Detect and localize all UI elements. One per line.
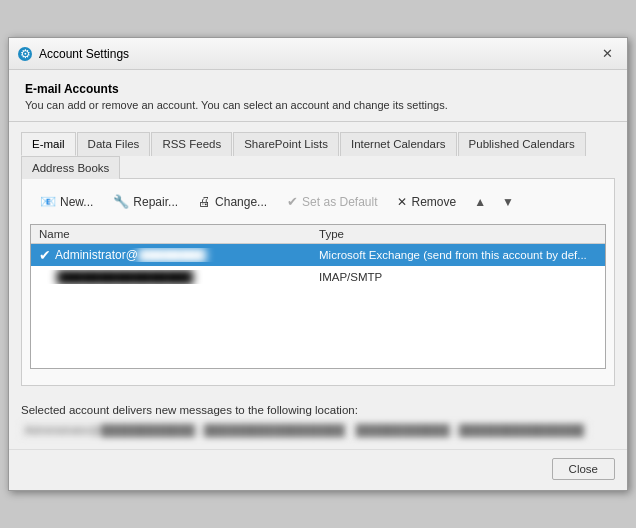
window-title: Account Settings: [39, 47, 595, 61]
remove-icon: ✕: [397, 195, 407, 209]
close-button[interactable]: Close: [552, 458, 615, 480]
new-button[interactable]: 📧 New...: [32, 190, 101, 213]
move-up-button[interactable]: ▲: [468, 192, 492, 212]
tab-sharepoint[interactable]: SharePoint Lists: [233, 132, 339, 156]
email-panel: 📧 New... 🔧 Repair... 🖨 Change... ✔ Set a…: [21, 179, 615, 386]
header-section: E-mail Accounts You can add or remove an…: [9, 70, 627, 122]
tab-published-calendars[interactable]: Published Calendars: [458, 132, 586, 156]
title-bar: ⚙ Account Settings ✕: [9, 38, 627, 70]
row-name-2: ████████████████: [39, 270, 319, 284]
repair-button[interactable]: 🔧 Repair...: [105, 190, 186, 213]
accounts-list: Name Type ✔ Administrator@████████ Micro…: [30, 224, 606, 369]
bottom-bar: Close: [9, 449, 627, 490]
list-item[interactable]: ✔ Administrator@████████ Microsoft Excha…: [31, 244, 605, 266]
header-title: E-mail Accounts: [25, 82, 611, 96]
account-name-2: ████████████████: [57, 270, 193, 284]
list-body: ✔ Administrator@████████ Microsoft Excha…: [31, 244, 605, 368]
col-type-header: Type: [319, 228, 597, 240]
tabs-container: E-mail Data Files RSS Feeds SharePoint L…: [21, 132, 615, 179]
footer-text: Selected account delivers new messages t…: [21, 404, 615, 416]
close-window-button[interactable]: ✕: [595, 44, 619, 64]
row-type-1: Microsoft Exchange (send from this accou…: [319, 249, 597, 261]
tab-address-books[interactable]: Address Books: [21, 156, 120, 179]
svg-text:⚙: ⚙: [20, 47, 31, 61]
set-default-button[interactable]: ✔ Set as Default: [279, 190, 385, 213]
toolbar: 📧 New... 🔧 Repair... 🖨 Change... ✔ Set a…: [30, 187, 606, 216]
list-item[interactable]: ████████████████ IMAP/SMTP: [31, 266, 605, 288]
new-label: New...: [60, 195, 93, 209]
list-empty-space: [31, 288, 605, 368]
tab-rss-feeds[interactable]: RSS Feeds: [151, 132, 232, 156]
tab-internet-calendars[interactable]: Internet Calendars: [340, 132, 457, 156]
content-area: E-mail Data Files RSS Feeds SharePoint L…: [9, 122, 627, 396]
move-down-button[interactable]: ▼: [496, 192, 520, 212]
repair-label: Repair...: [133, 195, 178, 209]
set-default-label: Set as Default: [302, 195, 377, 209]
change-icon: 🖨: [198, 194, 211, 209]
checkmark-icon: ✔: [39, 248, 51, 262]
new-icon: 📧: [40, 194, 56, 209]
tab-email[interactable]: E-mail: [21, 132, 76, 156]
tab-data-files[interactable]: Data Files: [77, 132, 151, 156]
change-button[interactable]: 🖨 Change...: [190, 190, 275, 213]
footer-section: Selected account delivers new messages t…: [9, 396, 627, 445]
window-icon: ⚙: [17, 46, 33, 62]
row-name-1: ✔ Administrator@████████: [39, 248, 319, 262]
repair-icon: 🔧: [113, 194, 129, 209]
footer-value-1: Administrator@████████████ - ███████████…: [21, 422, 349, 438]
account-settings-window: ⚙ Account Settings ✕ E-mail Accounts You…: [8, 37, 628, 491]
footer-value-2: ████████████ - ████████████████: [352, 422, 588, 438]
col-name-header: Name: [39, 228, 319, 240]
account-name-1: Administrator@████████: [55, 248, 206, 262]
row-type-2: IMAP/SMTP: [319, 271, 597, 283]
remove-label: Remove: [411, 195, 456, 209]
set-default-icon: ✔: [287, 194, 298, 209]
remove-button[interactable]: ✕ Remove: [389, 191, 464, 213]
change-label: Change...: [215, 195, 267, 209]
header-description: You can add or remove an account. You ca…: [25, 99, 611, 111]
list-header: Name Type: [31, 225, 605, 244]
